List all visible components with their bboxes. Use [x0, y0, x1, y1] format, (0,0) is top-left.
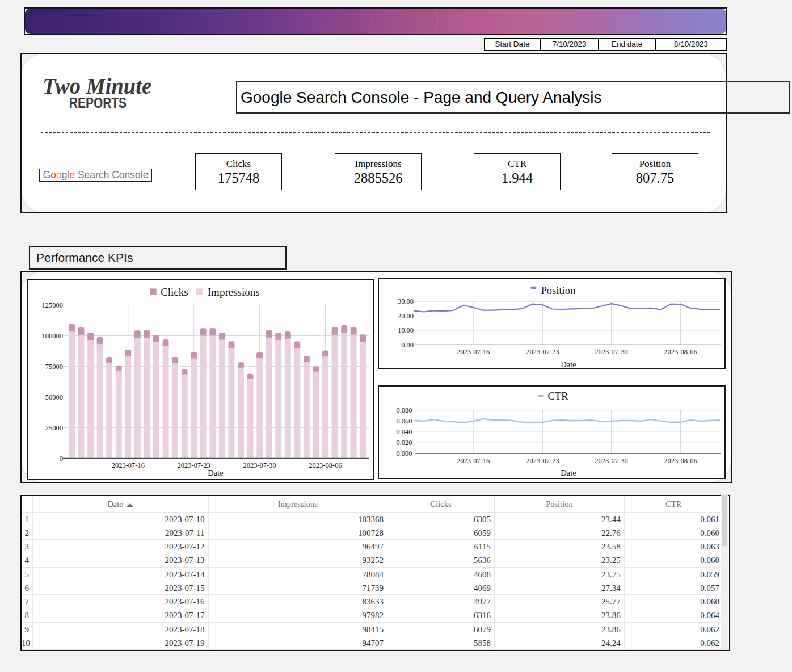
svg-text:0.020: 0.020 [396, 439, 412, 447]
svg-text:REPORTS: REPORTS [69, 95, 127, 111]
svg-text:2023-07-16: 2023-07-16 [457, 348, 490, 356]
svg-text:20.00: 20.00 [398, 312, 414, 320]
svg-text:Date: Date [561, 360, 576, 369]
svg-text:25000: 25000 [45, 424, 63, 432]
svg-text:0.000: 0.000 [396, 450, 412, 457]
svg-text:10.00: 10.00 [398, 326, 414, 334]
svg-text:0.060: 0.060 [396, 417, 412, 425]
svg-text:2023-07-23: 2023-07-23 [526, 348, 559, 356]
svg-text:Position: Position [541, 285, 576, 296]
svg-text:2023-08-06: 2023-08-06 [664, 457, 697, 465]
svg-text:50000: 50000 [45, 393, 63, 401]
svg-text:2023-07-23: 2023-07-23 [526, 457, 559, 465]
svg-text:2023-07-16: 2023-07-16 [457, 457, 490, 465]
svg-text:2023-07-16: 2023-07-16 [112, 461, 145, 469]
svg-text:2023-07-30: 2023-07-30 [595, 457, 627, 465]
svg-text:30.00: 30.00 [398, 297, 414, 305]
svg-text:2023-08-06: 2023-08-06 [664, 348, 697, 356]
svg-text:2023-07-23: 2023-07-23 [178, 461, 210, 469]
svg-text:0.040: 0.040 [396, 428, 412, 436]
svg-text:75000: 75000 [45, 363, 63, 371]
svg-text:0.080: 0.080 [396, 406, 412, 414]
svg-text:CTR: CTR [548, 390, 569, 402]
svg-text:0.00: 0.00 [401, 341, 414, 349]
svg-text:Impressions: Impressions [208, 286, 260, 298]
svg-text:2023-07-30: 2023-07-30 [595, 348, 627, 356]
svg-text:2023-07-30: 2023-07-30 [243, 461, 276, 469]
svg-text:Clicks: Clicks [161, 286, 188, 298]
svg-text:2023-08-06: 2023-08-06 [309, 461, 342, 469]
svg-text:Date: Date [561, 468, 576, 477]
svg-text:125000: 125000 [42, 301, 64, 309]
svg-text:Date: Date [208, 468, 223, 477]
svg-text:100000: 100000 [42, 332, 64, 340]
